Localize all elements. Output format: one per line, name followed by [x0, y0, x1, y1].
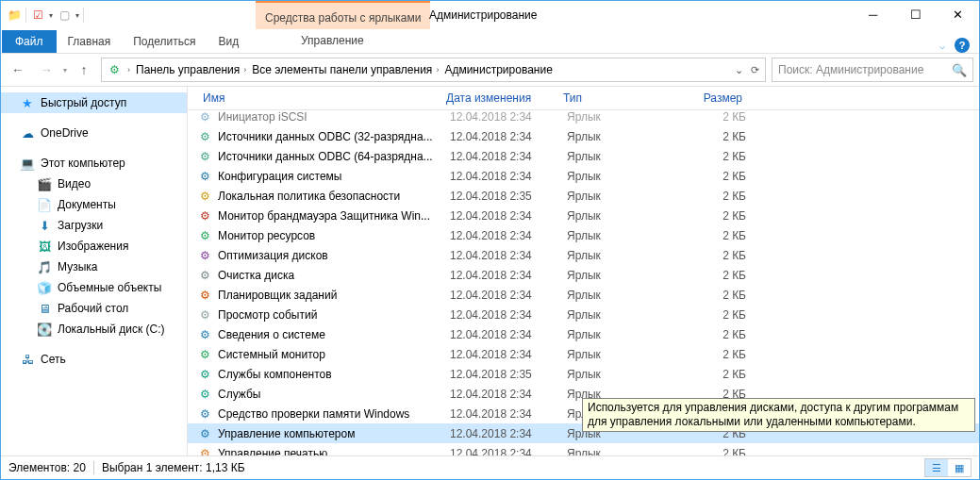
file-name: Локальная политика безопасности [218, 190, 444, 203]
sidebar-item-downloads[interactable]: ⬇Загрузки [1, 215, 187, 236]
sidebar-this-pc[interactable]: 💻Этот компьютер [1, 153, 187, 174]
tab-view[interactable]: Вид [207, 30, 250, 53]
column-date[interactable]: Дата изменения [440, 91, 557, 105]
file-name: Планировщик заданий [218, 289, 444, 302]
file-name: Сведения о системе [218, 328, 444, 341]
file-row[interactable]: ⚙Планировщик заданий12.04.2018 2:34Ярлык… [188, 285, 979, 305]
file-date: 12.04.2018 2:34 [444, 447, 561, 456]
column-size[interactable]: Размер [674, 91, 748, 105]
file-type: Ярлык [561, 368, 678, 381]
shortcut-icon: ⚙ [197, 307, 212, 323]
sidebar-onedrive[interactable]: ☁OneDrive [1, 123, 187, 143]
network-icon: 🖧 [20, 352, 35, 367]
file-name: Оптимизация дисков [218, 249, 444, 262]
column-type[interactable]: Тип [557, 91, 674, 105]
file-row[interactable]: ⚙Управление печатью12.04.2018 2:34Ярлык2… [188, 443, 979, 455]
breadcrumb-item[interactable]: Администрирование [441, 63, 555, 76]
separator [93, 461, 94, 474]
file-date: 12.04.2018 2:34 [444, 249, 561, 262]
quick-access-toolbar: 📁 ☑ ▾ ▢ ▾ [1, 8, 90, 23]
sidebar-item-documents[interactable]: 📄Документы [1, 194, 187, 215]
shortcut-icon: ⚙ [197, 189, 212, 204]
file-row[interactable]: ⚙Локальная политика безопасности12.04.20… [188, 186, 979, 206]
file-date: 12.04.2018 2:34 [444, 427, 561, 440]
back-button[interactable]: ← [7, 58, 29, 81]
sidebar-item-videos[interactable]: 🎬Видео [1, 174, 187, 194]
shortcut-icon: ⚙ [197, 347, 212, 362]
file-size: 2 КБ [678, 447, 752, 456]
file-row[interactable]: ⚙Источники данных ODBC (64-разрядна...12… [188, 146, 979, 166]
breadcrumb-chevron[interactable]: › [125, 65, 133, 74]
sidebar-item-music[interactable]: 🎵Музыка [1, 257, 187, 277]
sidebar-network[interactable]: 🖧Сеть [1, 349, 187, 370]
sidebar-item-3d-objects[interactable]: 🧊Объемные объекты [1, 277, 187, 298]
view-mode-toggle: ☰ ▦ [924, 458, 972, 477]
help-icon[interactable]: ? [955, 38, 970, 53]
file-row[interactable]: ⚙Монитор ресурсов12.04.2018 2:34Ярлык2 К… [188, 225, 979, 245]
chevron-down-icon[interactable]: ▾ [49, 11, 53, 20]
file-type: Ярлык [561, 150, 678, 163]
up-button[interactable]: ↑ [73, 58, 95, 81]
history-dropdown-icon[interactable]: ▾ [63, 66, 67, 74]
sidebar-quick-access[interactable]: ★Быстрый доступ [1, 92, 187, 113]
column-name[interactable]: Имя [197, 91, 440, 105]
file-date: 12.04.2018 2:34 [444, 407, 561, 421]
sidebar-item-local-disk[interactable]: 💽Локальный диск (C:) [1, 319, 187, 339]
new-folder-icon[interactable]: ▢ [57, 8, 72, 23]
breadcrumb-item[interactable]: Панель управления› [133, 63, 249, 76]
search-placeholder: Поиск: Администрирование [778, 63, 923, 76]
refresh-icon[interactable]: ⟳ [751, 64, 759, 76]
icons-view-button[interactable]: ▦ [948, 459, 971, 476]
app-icon[interactable]: 📁 [7, 8, 22, 23]
column-headers[interactable]: Имя Дата изменения Тип Размер [188, 87, 979, 110]
shortcut-icon: ⚙ [197, 446, 212, 456]
file-row[interactable]: ⚙Системный монитор12.04.2018 2:34Ярлык2 … [188, 344, 979, 364]
shortcut-icon: ⚙ [197, 387, 212, 402]
context-tab-manage[interactable]: Управление [256, 29, 409, 52]
file-row[interactable]: ⚙Оптимизация дисков12.04.2018 2:34Ярлык2… [188, 245, 979, 265]
status-selection: Выбран 1 элемент: 1,13 КБ [102, 461, 245, 474]
file-date: 12.04.2018 2:34 [444, 170, 561, 183]
tab-home[interactable]: Главная [57, 30, 123, 53]
file-row[interactable]: ⚙Монитор брандмауэра Защитника Win...12.… [188, 206, 979, 225]
cloud-icon: ☁ [20, 125, 35, 141]
file-date: 12.04.2018 2:34 [444, 130, 561, 143]
file-row[interactable]: ⚙Сведения о системе12.04.2018 2:34Ярлык2… [188, 324, 979, 344]
forward-button[interactable]: → [35, 58, 58, 81]
sidebar-item-pictures[interactable]: 🖼Изображения [1, 236, 187, 257]
breadcrumb-item[interactable]: Все элементы панели управления› [249, 63, 441, 76]
close-button[interactable]: ✕ [937, 2, 979, 29]
details-view-button[interactable]: ☰ [925, 459, 948, 476]
tab-share[interactable]: Поделиться [122, 30, 207, 53]
file-type: Ярлык [561, 269, 678, 282]
file-row[interactable]: ⚙Службы компонентов12.04.2018 2:35Ярлык2… [188, 364, 979, 384]
file-tab[interactable]: Файл [2, 30, 57, 53]
file-row[interactable]: ⚙Инициатор iSCSI12.04.2018 2:34Ярлык2 КБ [188, 110, 979, 126]
file-name: Управление компьютером [218, 427, 444, 440]
file-row[interactable]: ⚙Источники данных ODBC (32-разрядна...12… [188, 126, 979, 146]
dropdown-icon[interactable]: ⌄ [735, 64, 743, 76]
status-bar: Элементов: 20 Выбран 1 элемент: 1,13 КБ … [1, 455, 979, 479]
body: ★Быстрый доступ ☁OneDrive 💻Этот компьюте… [1, 87, 979, 455]
file-type: Ярлык [561, 289, 678, 302]
navigation-pane[interactable]: ★Быстрый доступ ☁OneDrive 💻Этот компьюте… [1, 87, 188, 455]
minimize-button[interactable]: ─ [852, 2, 894, 29]
pc-icon: 💻 [20, 156, 35, 171]
file-size: 2 КБ [678, 289, 752, 302]
maximize-button[interactable]: ☐ [894, 2, 937, 29]
file-name: Службы [218, 388, 444, 401]
navigation-bar: ← → ▾ ↑ ⚙ › Панель управления› Все элеме… [1, 54, 979, 87]
search-input[interactable]: Поиск: Администрирование 🔍 [772, 58, 973, 82]
properties-icon[interactable]: ☑ [30, 8, 45, 23]
qat-dropdown-icon[interactable]: ▾ [75, 11, 79, 20]
ribbon-expand-icon[interactable]: ⌵ [939, 41, 945, 51]
file-row[interactable]: ⚙Просмотр событий12.04.2018 2:34Ярлык2 К… [188, 305, 979, 324]
file-row[interactable]: ⚙Конфигурация системы12.04.2018 2:34Ярлы… [188, 166, 979, 186]
context-tab-shortcut-tools[interactable]: Средства работы с ярлыками [256, 1, 430, 31]
sidebar-item-desktop[interactable]: 🖥Рабочий стол [1, 298, 187, 319]
file-row[interactable]: ⚙Очистка диска12.04.2018 2:34Ярлык2 КБ [188, 265, 979, 285]
file-name: Средство проверки памяти Windows [218, 407, 444, 421]
file-type: Ярлык [561, 308, 678, 322]
address-bar[interactable]: ⚙ › Панель управления› Все элементы пане… [101, 58, 766, 82]
file-date: 12.04.2018 2:34 [444, 388, 561, 401]
